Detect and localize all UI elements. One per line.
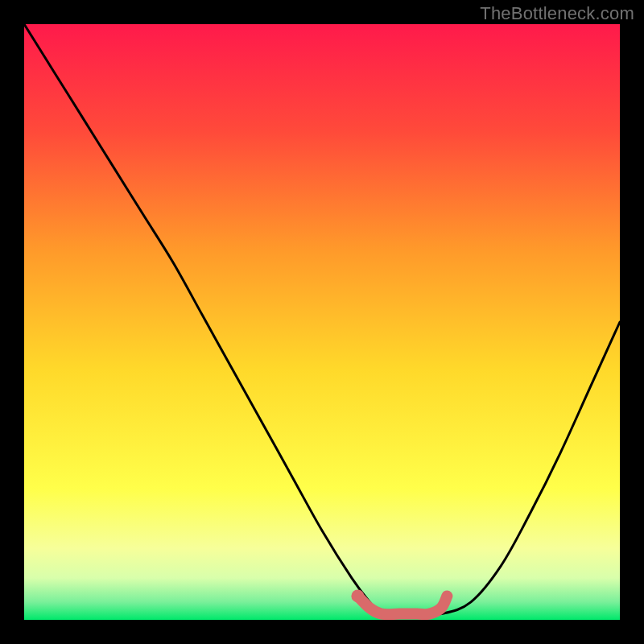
chart-svg	[24, 24, 620, 620]
watermark-text: TheBottleneck.com	[480, 3, 634, 24]
plot-area	[24, 24, 620, 620]
outer-frame: TheBottleneck.com	[0, 0, 644, 644]
optimal-zone-start-dot	[351, 589, 364, 602]
